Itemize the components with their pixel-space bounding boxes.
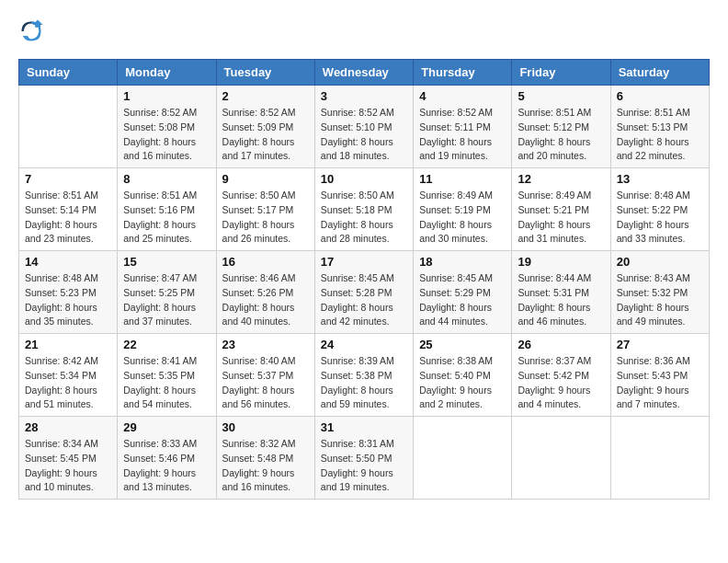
day-info: Sunrise: 8:45 AMSunset: 5:29 PMDaylight:… [419, 271, 506, 329]
day-info: Sunrise: 8:51 AMSunset: 5:13 PMDaylight:… [617, 106, 703, 164]
calendar-cell: 28 Sunrise: 8:34 AMSunset: 5:45 PMDaylig… [19, 417, 118, 500]
day-number: 27 [617, 338, 703, 351]
day-number: 15 [123, 255, 210, 269]
day-info: Sunrise: 8:48 AMSunset: 5:22 PMDaylight:… [617, 189, 703, 247]
calendar-week-2: 7 Sunrise: 8:51 AMSunset: 5:14 PMDayligh… [19, 168, 710, 251]
day-number: 5 [518, 89, 604, 103]
calendar-week-4: 21 Sunrise: 8:42 AMSunset: 5:34 PMDaylig… [19, 334, 710, 417]
calendar-cell: 18 Sunrise: 8:45 AMSunset: 5:29 PMDaylig… [414, 251, 512, 334]
day-info: Sunrise: 8:51 AMSunset: 5:16 PMDaylight:… [123, 189, 210, 247]
calendar-week-1: 1 Sunrise: 8:52 AMSunset: 5:08 PMDayligh… [19, 86, 710, 168]
calendar-cell: 8 Sunrise: 8:51 AMSunset: 5:16 PMDayligh… [118, 168, 216, 251]
day-info: Sunrise: 8:41 AMSunset: 5:35 PMDaylight:… [123, 354, 210, 412]
calendar-cell: 26 Sunrise: 8:37 AMSunset: 5:42 PMDaylig… [512, 334, 610, 417]
weekday-header-tuesday: Tuesday [216, 60, 314, 86]
day-info: Sunrise: 8:50 AMSunset: 5:17 PMDaylight:… [222, 189, 309, 247]
day-number: 12 [518, 172, 604, 186]
day-number: 28 [25, 420, 111, 434]
day-number: 25 [419, 338, 506, 351]
day-info: Sunrise: 8:38 AMSunset: 5:40 PMDaylight:… [419, 354, 506, 412]
day-info: Sunrise: 8:39 AMSunset: 5:38 PMDaylight:… [321, 354, 407, 412]
calendar-cell: 29 Sunrise: 8:33 AMSunset: 5:46 PMDaylig… [118, 417, 216, 500]
day-info: Sunrise: 8:52 AMSunset: 5:08 PMDaylight:… [123, 106, 210, 164]
day-number: 26 [518, 338, 604, 351]
day-info: Sunrise: 8:42 AMSunset: 5:34 PMDaylight:… [25, 354, 111, 412]
svg-marker-0 [32, 19, 42, 27]
day-number: 21 [25, 338, 111, 351]
day-info: Sunrise: 8:47 AMSunset: 5:25 PMDaylight:… [123, 271, 210, 329]
calendar-cell: 22 Sunrise: 8:41 AMSunset: 5:35 PMDaylig… [118, 334, 216, 417]
day-info: Sunrise: 8:51 AMSunset: 5:14 PMDaylight:… [25, 189, 111, 247]
weekday-header-wednesday: Wednesday [314, 60, 413, 86]
day-info: Sunrise: 8:32 AMSunset: 5:48 PMDaylight:… [222, 437, 309, 495]
day-info: Sunrise: 8:33 AMSunset: 5:46 PMDaylight:… [123, 437, 210, 495]
day-number: 16 [222, 255, 309, 269]
calendar-cell: 10 Sunrise: 8:50 AMSunset: 5:18 PMDaylig… [314, 168, 413, 251]
logo-icon [18, 18, 44, 44]
day-info: Sunrise: 8:37 AMSunset: 5:42 PMDaylight:… [518, 354, 604, 412]
calendar-cell: 1 Sunrise: 8:52 AMSunset: 5:08 PMDayligh… [118, 86, 216, 168]
calendar-cell: 27 Sunrise: 8:36 AMSunset: 5:43 PMDaylig… [610, 334, 709, 417]
calendar-cell: 11 Sunrise: 8:49 AMSunset: 5:19 PMDaylig… [414, 168, 512, 251]
day-info: Sunrise: 8:50 AMSunset: 5:18 PMDaylight:… [321, 189, 407, 247]
calendar-cell: 3 Sunrise: 8:52 AMSunset: 5:10 PMDayligh… [314, 86, 413, 168]
weekday-header-friday: Friday [512, 60, 610, 86]
calendar-week-3: 14 Sunrise: 8:48 AMSunset: 5:23 PMDaylig… [19, 251, 710, 334]
day-number: 30 [222, 420, 309, 434]
calendar-cell [19, 86, 118, 168]
day-info: Sunrise: 8:45 AMSunset: 5:28 PMDaylight:… [321, 271, 407, 329]
weekday-header-row: SundayMondayTuesdayWednesdayThursdayFrid… [19, 60, 710, 86]
calendar-cell: 19 Sunrise: 8:44 AMSunset: 5:31 PMDaylig… [512, 251, 610, 334]
calendar-cell [512, 417, 610, 500]
page-header [18, 18, 710, 44]
calendar-cell: 5 Sunrise: 8:51 AMSunset: 5:12 PMDayligh… [512, 86, 610, 168]
day-info: Sunrise: 8:49 AMSunset: 5:21 PMDaylight:… [518, 189, 604, 247]
day-number: 3 [321, 89, 407, 103]
calendar-cell: 4 Sunrise: 8:52 AMSunset: 5:11 PMDayligh… [414, 86, 512, 168]
day-info: Sunrise: 8:36 AMSunset: 5:43 PMDaylight:… [617, 354, 703, 412]
day-number: 13 [617, 172, 703, 186]
calendar-cell: 15 Sunrise: 8:47 AMSunset: 5:25 PMDaylig… [118, 251, 216, 334]
day-number: 20 [617, 255, 703, 269]
day-info: Sunrise: 8:51 AMSunset: 5:12 PMDaylight:… [518, 106, 604, 164]
day-number: 14 [25, 255, 111, 269]
weekday-header-saturday: Saturday [610, 60, 709, 86]
logo [18, 18, 48, 44]
day-number: 4 [419, 89, 506, 103]
calendar-cell: 7 Sunrise: 8:51 AMSunset: 5:14 PMDayligh… [19, 168, 118, 251]
day-number: 2 [222, 89, 309, 103]
calendar-cell: 14 Sunrise: 8:48 AMSunset: 5:23 PMDaylig… [19, 251, 118, 334]
day-number: 29 [123, 420, 210, 434]
day-info: Sunrise: 8:43 AMSunset: 5:32 PMDaylight:… [617, 271, 703, 329]
day-number: 17 [321, 255, 407, 269]
day-info: Sunrise: 8:44 AMSunset: 5:31 PMDaylight:… [518, 271, 604, 329]
day-number: 24 [321, 338, 407, 351]
day-number: 11 [419, 172, 506, 186]
day-info: Sunrise: 8:46 AMSunset: 5:26 PMDaylight:… [222, 271, 309, 329]
day-number: 19 [518, 255, 604, 269]
calendar-cell: 21 Sunrise: 8:42 AMSunset: 5:34 PMDaylig… [19, 334, 118, 417]
day-info: Sunrise: 8:52 AMSunset: 5:11 PMDaylight:… [419, 106, 506, 164]
day-number: 6 [617, 89, 703, 103]
day-number: 18 [419, 255, 506, 269]
day-number: 9 [222, 172, 309, 186]
weekday-header-monday: Monday [118, 60, 216, 86]
calendar-table: SundayMondayTuesdayWednesdayThursdayFrid… [18, 59, 710, 500]
calendar-cell: 31 Sunrise: 8:31 AMSunset: 5:50 PMDaylig… [314, 417, 413, 500]
calendar-cell: 25 Sunrise: 8:38 AMSunset: 5:40 PMDaylig… [414, 334, 512, 417]
day-info: Sunrise: 8:34 AMSunset: 5:45 PMDaylight:… [25, 437, 111, 495]
calendar-cell: 24 Sunrise: 8:39 AMSunset: 5:38 PMDaylig… [314, 334, 413, 417]
calendar-cell: 6 Sunrise: 8:51 AMSunset: 5:13 PMDayligh… [610, 86, 709, 168]
day-info: Sunrise: 8:31 AMSunset: 5:50 PMDaylight:… [321, 437, 407, 495]
day-info: Sunrise: 8:48 AMSunset: 5:23 PMDaylight:… [25, 271, 111, 329]
calendar-cell [414, 417, 512, 500]
day-info: Sunrise: 8:52 AMSunset: 5:10 PMDaylight:… [321, 106, 407, 164]
weekday-header-sunday: Sunday [19, 60, 118, 86]
day-number: 10 [321, 172, 407, 186]
calendar-cell: 2 Sunrise: 8:52 AMSunset: 5:09 PMDayligh… [216, 86, 314, 168]
day-info: Sunrise: 8:49 AMSunset: 5:19 PMDaylight:… [419, 189, 506, 247]
calendar-cell: 23 Sunrise: 8:40 AMSunset: 5:37 PMDaylig… [216, 334, 314, 417]
calendar-week-5: 28 Sunrise: 8:34 AMSunset: 5:45 PMDaylig… [19, 417, 710, 500]
calendar-cell [610, 417, 709, 500]
calendar-cell: 17 Sunrise: 8:45 AMSunset: 5:28 PMDaylig… [314, 251, 413, 334]
